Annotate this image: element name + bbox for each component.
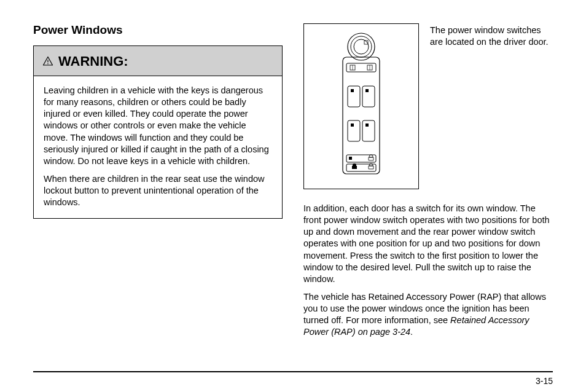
footer-rule — [33, 371, 553, 372]
warning-paragraph: When there are children in the rear seat… — [44, 173, 272, 208]
body-paragraph: The vehicle has Retained Accessory Power… — [303, 291, 553, 339]
warning-box: WARNING: Leaving children in a vehicle w… — [33, 45, 283, 219]
warning-body: Leaving children in a vehicle with the k… — [34, 76, 282, 218]
switch-panel-illustration — [330, 29, 392, 183]
svg-point-3 — [348, 33, 375, 60]
svg-rect-17 — [365, 123, 369, 127]
svg-rect-2 — [343, 57, 380, 174]
warning-header: WARNING: — [34, 46, 282, 76]
section-heading: Power Windows — [33, 23, 283, 37]
right-column: The power window switches are located on… — [303, 23, 553, 344]
warning-title: WARNING: — [58, 53, 128, 69]
figure-caption: The power window switches are located on… — [430, 23, 553, 48]
page-content: Power Windows WARNING: Leaving children … — [0, 0, 586, 344]
svg-rect-13 — [365, 89, 369, 92]
svg-rect-7 — [346, 63, 376, 72]
svg-point-5 — [354, 39, 369, 54]
svg-rect-20 — [346, 164, 376, 171]
body-text: In addition, each door has a switch for … — [303, 203, 553, 338]
page-footer: 3-15 — [33, 371, 553, 372]
page-number: 3-15 — [536, 376, 553, 386]
svg-point-1 — [47, 63, 49, 65]
figure-row: The power window switches are located on… — [303, 23, 553, 189]
left-column: Power Windows WARNING: Leaving children … — [33, 23, 283, 344]
body-paragraph: In addition, each door has a switch for … — [303, 203, 553, 285]
svg-rect-12 — [351, 89, 354, 92]
switch-panel-figure — [303, 23, 419, 189]
warning-triangle-icon — [42, 56, 53, 67]
svg-rect-16 — [351, 123, 354, 127]
body-text-run: . — [410, 327, 413, 337]
warning-paragraph: Leaving children in a vehicle with the k… — [44, 85, 272, 167]
svg-rect-19 — [349, 157, 352, 160]
